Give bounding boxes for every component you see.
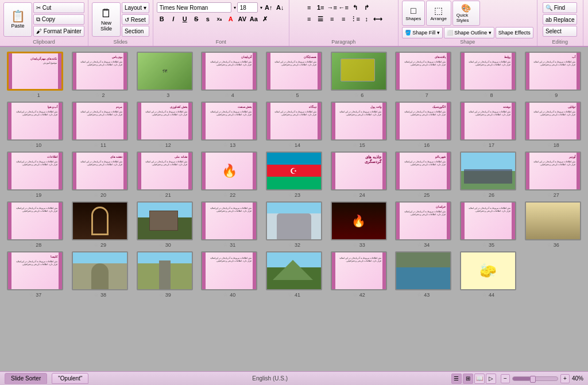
slide-star-icon[interactable]: ☆ xyxy=(547,192,552,198)
slide-item[interactable]: ☆43 xyxy=(393,251,454,298)
slide-thumbnail[interactable]: نکته‌های مهم آذربایجانموضوع آموزش xyxy=(7,52,63,91)
slide-item[interactable]: متن اطلاعات مربوط به آذربایجان در این اس… xyxy=(199,251,260,298)
slide-star-icon[interactable]: ☆ xyxy=(160,92,165,98)
slide-star-icon[interactable]: ☆ xyxy=(94,291,99,298)
slide-thumbnail[interactable]: آوردیرمتن اطلاعات مربوط به آذربایجان در … xyxy=(525,151,581,190)
slide-thumbnail[interactable]: بخش صنعتمتن اطلاعات مربوط به آذربایجان د… xyxy=(201,102,257,141)
arrange-button[interactable]: ⬚ Arrange xyxy=(426,1,451,26)
font-size-input[interactable] xyxy=(237,2,258,13)
slide-star-icon[interactable]: ☆ xyxy=(223,291,228,298)
slide-item[interactable]: متن اطلاعات مربوط به آذربایجان در این اس… xyxy=(328,251,389,298)
line-spacing-button[interactable]: ↕ xyxy=(361,14,372,24)
slide-thumbnail[interactable]: متن اطلاعات مربوط به آذربایجان در این اس… xyxy=(201,201,257,240)
layout-button[interactable]: Layout ▾ xyxy=(122,2,149,13)
slide-thumbnail[interactable]: الگوریتمیکمتن اطلاعات مربوط به آذربایجان… xyxy=(395,102,451,141)
italic-button[interactable]: I xyxy=(168,14,179,24)
slide-item[interactable]: 🔥☆22 xyxy=(199,151,260,198)
shapes-button[interactable]: □ Shapes xyxy=(402,1,425,26)
shadow-button[interactable]: s xyxy=(203,14,213,24)
shape-fill-button[interactable]: 🪣 Shape Fill ▾ xyxy=(402,27,443,38)
new-slide-button[interactable]: 🗒 NewSlide xyxy=(92,2,121,37)
char-spacing-button[interactable]: AV xyxy=(237,14,247,24)
slide-star-icon[interactable]: ☆ xyxy=(289,92,294,98)
slide-item[interactable]: آبمتن اطلاعات مربوط به آذربایجان در این … xyxy=(522,52,583,98)
slide-star-icon[interactable]: ☆ xyxy=(547,142,552,148)
cut-button[interactable]: ✂ Cut xyxy=(33,2,84,13)
bold-button[interactable]: B xyxy=(157,14,167,24)
slide-item[interactable]: الگوریتمیکمتن اطلاعات مربوط به آذربایجان… xyxy=(393,102,454,148)
slide-star-icon[interactable]: ☆ xyxy=(29,192,34,198)
slide-item[interactable]: متن اطلاعات مربوط به آذربایجان در این اس… xyxy=(199,201,260,248)
indent-less-button[interactable]: ←≡ xyxy=(338,2,349,13)
paste-button[interactable]: 📋 Paste xyxy=(3,2,32,37)
slide-star-icon[interactable]: ☆ xyxy=(417,142,422,148)
slide-item[interactable]: ☆38 xyxy=(69,251,131,298)
slide-thumbnail[interactable]: نقشه هایمتن اطلاعات مربوط به آذربایجان د… xyxy=(72,151,128,190)
reading-view-icon[interactable]: 📖 xyxy=(474,374,485,384)
slide-thumbnail[interactable] xyxy=(137,201,193,240)
zoom-slider-thumb[interactable] xyxy=(530,376,536,383)
slide-thumbnail[interactable]: نوشتهمتن اطلاعات مربوط به آذربایجان در ا… xyxy=(460,102,516,141)
slide-item[interactable]: آب و هوامتن اطلاعات مربوط به آذربایجان د… xyxy=(5,102,66,148)
slide-thumbnail[interactable] xyxy=(266,251,322,290)
slide-item[interactable]: شهر باکومتن اطلاعات مربوط به آذربایجان د… xyxy=(393,151,454,198)
slide-thumbnail[interactable]: بخش کشاورزیمتن اطلاعات مربوط به آذربایجا… xyxy=(137,102,193,141)
slide-thumbnail[interactable]: بوی یاسمتن اطلاعات مربوط به آذربایجان در… xyxy=(72,52,128,91)
replace-button[interactable]: ab Replace xyxy=(543,14,578,25)
slide-thumbnail[interactable]: اطلاعاتمتن اطلاعات مربوط به آذربایجان در… xyxy=(7,151,63,190)
slide-item[interactable]: آذربایجانمتن اطلاعات مربوط به آذربایجان … xyxy=(199,52,260,98)
increase-font-button[interactable]: A↑ xyxy=(264,2,274,13)
slide-item[interactable]: ☆32 xyxy=(264,201,325,248)
slide-star-icon[interactable]: ☆ xyxy=(158,242,164,248)
slide-star-icon[interactable]: ☆ xyxy=(354,92,359,98)
slide-star-icon[interactable]: ☆ xyxy=(417,192,422,198)
strikethrough-button[interactable]: S xyxy=(191,14,202,24)
slide-thumbnail[interactable] xyxy=(525,201,581,240)
col-count-button[interactable]: ⋮≡ xyxy=(350,14,360,24)
slide-star-icon[interactable]: ☆ xyxy=(353,192,358,198)
slide-item[interactable]: ☆29 xyxy=(69,201,131,248)
slide-star-icon[interactable]: ☆ xyxy=(483,92,488,98)
font-name-input[interactable] xyxy=(157,2,231,13)
indent-more-button[interactable]: →≡ xyxy=(327,2,337,13)
slide-item[interactable]: 🧽☆44 xyxy=(458,251,519,298)
slide-star-icon[interactable]: ☆ xyxy=(482,291,487,298)
slide-item[interactable]: ☪☆23 xyxy=(264,151,325,198)
slide-star-icon[interactable]: ☆ xyxy=(29,142,34,148)
slide-star-icon[interactable]: ☆ xyxy=(419,92,424,98)
ltr-button[interactable]: ↱ xyxy=(361,2,372,13)
slide-star-icon[interactable]: ☆ xyxy=(158,192,164,198)
slide-star-icon[interactable]: ☆ xyxy=(288,192,293,198)
rtl-button[interactable]: ↰ xyxy=(350,2,360,13)
bullet-list-button[interactable]: ≡ xyxy=(304,2,314,13)
slide-thumbnail[interactable]: متن اطلاعات مربوط به آذربایجان در این اس… xyxy=(331,251,387,290)
slide-star-icon[interactable]: ☆ xyxy=(288,142,293,148)
select-button[interactable]: Select xyxy=(543,26,578,37)
slide-star-icon[interactable]: ☆ xyxy=(482,192,487,198)
slide-thumbnail[interactable]: خراسانمتن اطلاعات مربوط به آذربایجان در … xyxy=(395,201,451,240)
slide-thumbnail[interactable]: آذربایجانمتن اطلاعات مربوط به آذربایجان … xyxy=(201,52,257,91)
slide-thumbnail[interactable]: 🗺 xyxy=(137,52,193,91)
slide-item[interactable]: 🗺☆3 xyxy=(134,52,195,98)
slide-item[interactable]: ☆36 xyxy=(522,201,583,248)
slide-star-icon[interactable]: ☆ xyxy=(158,291,164,298)
slide-item[interactable]: بخش صنعتمتن اطلاعات مربوط به آذربایجان د… xyxy=(199,102,260,148)
slide-item[interactable]: جاذبه هایگردسگری☆24 xyxy=(328,151,389,198)
slide-item[interactable]: خراسانمتن اطلاعات مربوط به آذربایجان در … xyxy=(393,201,454,248)
slide-thumbnail[interactable]: شهر باکومتن اطلاعات مربوط به آذربایجان د… xyxy=(395,151,451,190)
slide-thumbnail[interactable] xyxy=(137,251,193,290)
slide-item[interactable]: واحد پولمتن اطلاعات مربوط به آذربایجان د… xyxy=(328,102,389,148)
align-right-button[interactable]: ≡ xyxy=(327,14,337,24)
slide-item[interactable]: 🔥☆33 xyxy=(328,201,389,248)
clear-format-button[interactable]: ✗ xyxy=(260,14,270,24)
slide-thumbnail[interactable] xyxy=(266,201,322,240)
slide-thumbnail[interactable]: جاذبه هایگردسگری xyxy=(331,151,387,190)
slide-item[interactable]: نشانه ملیمتن اطلاعات مربوط به آذربایجان … xyxy=(134,151,195,198)
slide-item[interactable]: اطلاعاتمتن اطلاعات مربوط به آذربایجان در… xyxy=(5,151,66,198)
text-direction-button[interactable]: ⟷ xyxy=(373,14,383,24)
reset-button[interactable]: ↺ Reset xyxy=(122,14,149,25)
slide-star-icon[interactable]: ☆ xyxy=(30,92,36,98)
slide-star-icon[interactable]: ☆ xyxy=(94,192,99,198)
slide-item[interactable]: بخش کشاورزیمتن اطلاعات مربوط به آذربایجا… xyxy=(134,102,195,148)
slide-star-icon[interactable]: ☆ xyxy=(225,92,230,98)
